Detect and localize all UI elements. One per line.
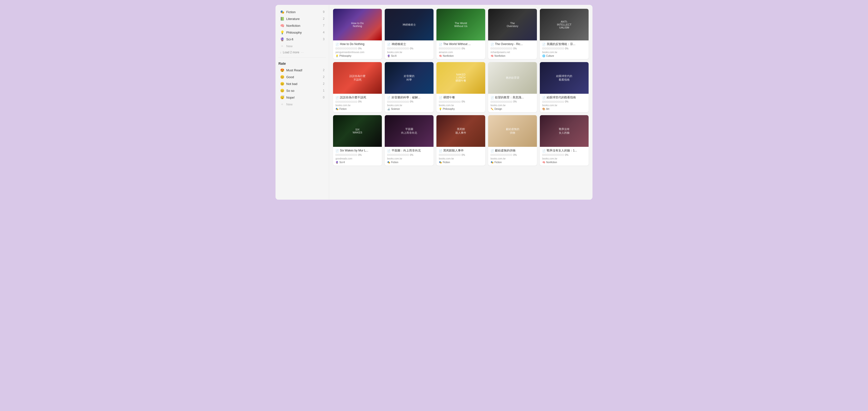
book-cover: 戰爭沒有女人的臉 (540, 115, 589, 147)
book-tag[interactable]: 💡 Philosophy (336, 55, 379, 57)
genre-new-button[interactable]: ＋ New (278, 43, 326, 49)
book-cover: 神經喚術士 (385, 9, 434, 40)
star (355, 101, 357, 103)
tag-icon: 🔬 (387, 108, 390, 110)
star (558, 101, 560, 103)
book-card[interactable]: 教的欲育望 📄 欲望的教育：美意識... 0% books.com.tw ✏️ … (488, 62, 537, 112)
tag-icon: 💡 (439, 108, 442, 110)
book-tag[interactable]: 🧠 Nonfiction (439, 55, 483, 57)
book-rating: 0% (336, 153, 379, 156)
star (387, 154, 389, 156)
sidebar-item-must-read[interactable]: 😍 Must Read! 2 (278, 67, 326, 73)
rating-pct: 0% (462, 153, 465, 156)
book-tag[interactable]: 🌐 Culture (542, 55, 586, 57)
book-tag[interactable]: 🎭 Fiction (439, 161, 483, 164)
book-card[interactable]: The WorldWithout Us 📄 The World Without … (436, 9, 485, 59)
book-title-text: 黑死館殺人事件 (443, 149, 464, 153)
star (545, 154, 547, 156)
tag-label: Fiction (339, 108, 346, 110)
star (448, 47, 450, 49)
tag-label: Sci-fi (391, 55, 397, 57)
star (542, 154, 544, 156)
book-tag[interactable]: 💡 Philosophy (439, 108, 483, 110)
book-tag[interactable]: 🧠 Nonfiction (491, 55, 534, 57)
book-cover-text: 説説你為什麼不該死 (333, 62, 382, 94)
star (562, 47, 564, 49)
book-cover-text: 神經喚術士 (385, 9, 434, 40)
book-tag[interactable]: 🧠 Nonfiction (542, 161, 586, 164)
book-card[interactable]: 説説你為什麼不該死 📄 説説你為什麼不該死 0% books.com.tw 🎭 … (333, 62, 382, 112)
star (445, 154, 447, 156)
rating-pct: 0% (513, 47, 517, 50)
star (398, 154, 400, 156)
sidebar-item-philosophy[interactable]: 💡 Philosophy 4 (278, 29, 326, 36)
tag-icon: 🎨 (542, 108, 545, 110)
book-card[interactable]: 神經喚術士 📄 神經喚術士 0% books.com.tw 🔮 Sci-fi (385, 9, 434, 59)
book-title-text: 美國的反智傳統：宗... (547, 42, 576, 46)
rating-stars (542, 47, 564, 49)
star (558, 47, 560, 49)
book-tag[interactable]: ✏️ Design (491, 108, 534, 110)
star (510, 47, 512, 49)
tag-icon: 🔮 (387, 55, 390, 57)
book-card[interactable]: ANTI-INTELLECTUALISM 📄 美國的反智傳統：宗... 0% b… (540, 9, 589, 59)
book-tag[interactable]: 🎭 Fiction (336, 108, 379, 110)
sidebar-item-good[interactable]: 😊 Good 2 (278, 74, 326, 80)
sidebar-item-not-bad[interactable]: 😐 Not bad 2 (278, 80, 326, 87)
book-card[interactable]: TheOverstory 📄 The Overstory - Ric... 0%… (488, 9, 537, 59)
star (560, 47, 562, 49)
book-tag[interactable]: 🔬 Science (387, 108, 431, 110)
star (497, 101, 499, 103)
tag-icon: ✏️ (491, 108, 494, 110)
rating-stars (439, 47, 461, 49)
book-tag[interactable]: 🔮 Sci-fi (387, 55, 431, 57)
sidebar-item-so-so[interactable]: 😑 So so 1 (278, 88, 326, 94)
book-title-icon: 📄 (439, 96, 442, 99)
book-title-icon: 📄 (336, 96, 339, 99)
star (342, 101, 344, 103)
star (443, 47, 445, 49)
book-card[interactable]: 戰爭沒有女人的臉 📄 戰爭沒有女人的臉：1... 0% books.com.tw… (540, 115, 589, 166)
rating-pct: 0% (410, 100, 413, 103)
star (457, 154, 458, 156)
sidebar-item-fiction[interactable]: 🎭 Fiction 9 (278, 9, 326, 15)
so-so-icon: 😑 (280, 89, 284, 93)
book-card[interactable]: 獻給虛無的供物 📄 獻給虛無的供物 0% books.com.tw 🎭 Fict… (488, 115, 537, 166)
book-cover-text: 獻給虛無的供物 (488, 115, 537, 147)
sidebar-item-literature[interactable]: 📗 Literature 2 (278, 15, 326, 22)
star (392, 154, 394, 156)
star (344, 154, 346, 156)
load-more-dots: ··· (301, 50, 304, 54)
book-rating: 0% (542, 100, 586, 103)
book-tag[interactable]: 🎭 Fiction (387, 161, 431, 164)
genre-load-more-button[interactable]: ↓ Load 2 more ··· (278, 50, 326, 55)
star (506, 154, 508, 156)
rate-new-button[interactable]: ＋ New (278, 101, 326, 107)
book-card[interactable]: SIXWAKES 📄 Six Wakes by Mur L... 0% good… (333, 115, 382, 166)
sidebar-item-nonfiction[interactable]: 🧠 Nonfiction 7 (278, 23, 326, 29)
app-container: 🎭 Fiction 9 📗 Literature 2 🧠 Nonfiction … (276, 5, 592, 200)
book-card[interactable]: 平面圖向上而非向北 📄 平面圖：向上而非向北 0% books.com.tw 🎭… (385, 115, 434, 166)
book-tag[interactable]: 🎭 Fiction (491, 161, 534, 164)
book-card[interactable]: 給眼球世代的觀看指南 📄 給眼球世代的觀看指南 0% books.com.tw … (540, 62, 589, 112)
sidebar-item-scifi[interactable]: 🔮 Sci-fi 3 (278, 36, 326, 42)
book-card[interactable]: 黑死館殺人事件 📄 黑死館殺人事件 0% books.com.tw 🎭 Fict… (436, 115, 485, 166)
book-rating: 0% (542, 153, 586, 156)
book-card[interactable]: NAKEDLUNCH裸體午餐 📄 裸體午餐 0% books.com.tw 💡 … (436, 62, 485, 112)
book-cover-text: The WorldWithout Us (436, 9, 485, 40)
book-tag[interactable]: 🔮 Sci-fi (336, 161, 379, 164)
star (355, 154, 357, 156)
star (407, 101, 409, 103)
book-title: 📄 説説你為什麼不該死 (336, 96, 379, 100)
book-cover-text: 黑死館殺人事件 (436, 115, 485, 147)
book-title-icon: 📄 (439, 149, 442, 152)
star (508, 47, 510, 49)
sidebar-item-nope[interactable]: 😴 Nope! 0 (278, 94, 326, 101)
star (508, 101, 510, 103)
book-title-icon: 📄 (387, 43, 391, 46)
book-tag[interactable]: 🎨 Art (542, 108, 586, 110)
tag-icon: 🌐 (542, 55, 545, 57)
book-card[interactable]: How to DoNothing 📄 How to Do Nothing 0% … (333, 9, 382, 59)
star (439, 101, 441, 103)
book-card[interactable]: 好音樂的科學 📄 好音樂的科學：破解... 0% books.com.tw 🔬 … (385, 62, 434, 112)
